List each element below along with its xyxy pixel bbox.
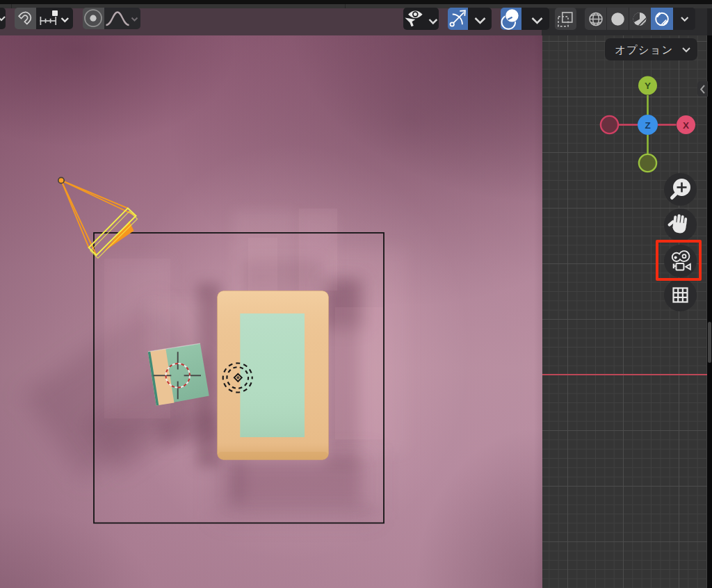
svg-text:Z: Z [645, 120, 650, 131]
svg-text:Y: Y [645, 81, 651, 91]
svg-text:X: X [683, 120, 689, 131]
